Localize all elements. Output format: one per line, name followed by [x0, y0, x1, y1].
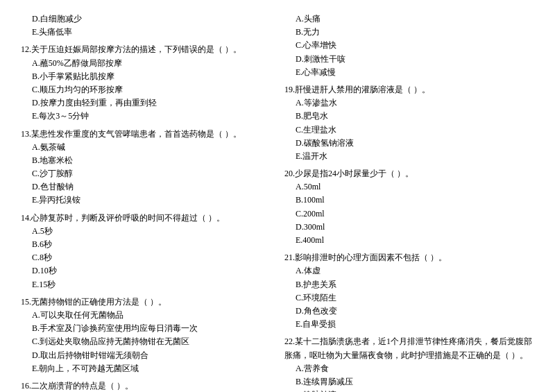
option-line: B.无力: [284, 26, 534, 39]
question-title: 19.肝慢进肝人禁用的灌肠溶液是（ ）。: [284, 83, 534, 96]
question-block: 19.肝慢进肝人禁用的灌肠溶液是（ ）。A.等渗盐水B.肥皂水C.生理盐水D.碳…: [284, 83, 534, 163]
option: D.300ml: [284, 221, 534, 234]
option: B.6秒: [21, 238, 271, 251]
option: D.取出后持物钳时钳端无须朝合: [21, 349, 271, 362]
option-line: D.刺激性干咳: [284, 53, 534, 66]
left-column: D.白细胞减少E.头痛低率12.关于压迫妊娠局部按摩方法的描述，下列错误的是（ …: [21, 12, 271, 392]
option-line: E.心率减慢: [284, 66, 534, 79]
option: B.肥皂水: [284, 110, 534, 123]
option: C.顺压力均匀的环形按摩: [21, 83, 271, 96]
question-block: 21.影响排泄时的心理方面因素不包括（ ）。A.体虚B.护患关系C.环境陌生D.…: [284, 251, 534, 331]
question-block: 22.某十二指肠溃疡患者，近1个月排泄节律性疼痛消失，餐后觉腹部胀痛，呕吐物为大…: [284, 335, 534, 392]
question-title: 16.二次崩溃背的特点是（ ）。: [21, 380, 271, 392]
question-block: 13.某患性发作重度的支气管哮喘患者，首首选药物是（ ）。A.氨茶碱B.地塞米松…: [21, 128, 271, 207]
option: B.护患关系: [284, 278, 534, 291]
option: A.5秒: [21, 225, 271, 238]
question-block: A.头痛B.无力C.心率增快D.刺激性干咳E.心率减慢: [284, 12, 534, 79]
option: D.10秒: [21, 264, 271, 278]
option: C.200ml: [284, 207, 534, 221]
option: C.8秒: [21, 251, 271, 264]
question-title: 13.某患性发作重度的支气管哮喘患者，首首选药物是（ ）。: [21, 128, 271, 141]
right-column: A.头痛B.无力C.心率增快D.刺激性干咳E.心率减慢19.肝慢进肝人禁用的灌肠…: [284, 12, 534, 392]
option: E.朝向上，不可跨越无菌区域: [21, 362, 271, 375]
question-title: 12.关于压迫妊娠局部按摩方法的描述，下列错误的是（ ）。: [21, 43, 271, 56]
option-line: E.头痛低率: [21, 26, 271, 39]
option: B.手术室及门诊换药室使用均应每日消毒一次: [21, 322, 271, 335]
option: B.100ml: [284, 194, 534, 207]
question-block: D.白细胞减少E.头痛低率: [21, 12, 271, 39]
option-line: D.白细胞减少: [21, 12, 271, 26]
option: C.静脉补液: [284, 389, 534, 392]
option: C.沙丁胺醇: [21, 167, 271, 180]
option: A.蘸50%乙醇做局部按摩: [21, 57, 271, 70]
question-block: 16.二次崩溃背的特点是（ ）。A.两颊部蝶形红斑B.两颊部紫红，口唇稳度发绀C…: [21, 380, 271, 392]
option: C.生理盐水: [284, 123, 534, 137]
question-title: 21.影响排泄时的心理方面因素不包括（ ）。: [284, 251, 534, 264]
question-block: 14.心肺复苏时，判断及评价呼吸的时间不得超过（ ）。A.5秒B.6秒C.8秒D…: [21, 212, 271, 291]
question-title: 22.某十二指肠溃疡患者，近1个月排泄节律性疼痛消失，餐后觉腹部胀痛，呕吐物为大…: [284, 335, 534, 361]
option: A.可以夹取任何无菌物品: [21, 309, 271, 322]
option: D.按摩力度由轻到重，再由重到轻: [21, 96, 271, 110]
option: E.异丙托溴铵: [21, 194, 271, 207]
option: B.地塞米松: [21, 154, 271, 167]
option: A.等渗盐水: [284, 96, 534, 110]
question-block: 15.无菌持物钳的正确使用方法是（ ）。A.可以夹取任何无菌物品B.手术室及门诊…: [21, 296, 271, 375]
question-title: 20.少尿是指24小时尿量少于（ ）。: [284, 167, 534, 180]
question-block: 20.少尿是指24小时尿量少于（ ）。A.50mlB.100mlC.200mlD…: [284, 167, 534, 247]
option: A.氨茶碱: [21, 141, 271, 154]
question-block: 12.关于压迫妊娠局部按摩方法的描述，下列错误的是（ ）。A.蘸50%乙醇做局部…: [21, 43, 271, 123]
option: D.碳酸氢钠溶液: [284, 137, 534, 150]
option: E.每次3～5分钟: [21, 110, 271, 123]
question-title: 15.无菌持物钳的正确使用方法是（ ）。: [21, 296, 271, 309]
option: A.体虚: [284, 264, 534, 278]
option-line: C.心率增快: [284, 39, 534, 52]
option: E.温开水: [284, 150, 534, 163]
option: D.色甘酸钠: [21, 180, 271, 194]
option: C.环境陌生: [284, 291, 534, 305]
option: B.连续胃肠减压: [284, 375, 534, 389]
option: A.营养食: [284, 362, 534, 375]
option: B.小手掌紧贴比肌按摩: [21, 70, 271, 83]
option: A.50ml: [284, 180, 534, 194]
option: E.15秒: [21, 278, 271, 291]
option: E.400ml: [284, 234, 534, 247]
option: C.到远处夹取物品应持无菌持物钳在无菌区: [21, 335, 271, 348]
option: E.自卑受损: [284, 318, 534, 331]
question-title: 14.心肺复苏时，判断及评价呼吸的时间不得超过（ ）。: [21, 212, 271, 225]
option: D.角色改变: [284, 305, 534, 318]
option-line: A.头痛: [284, 12, 534, 26]
